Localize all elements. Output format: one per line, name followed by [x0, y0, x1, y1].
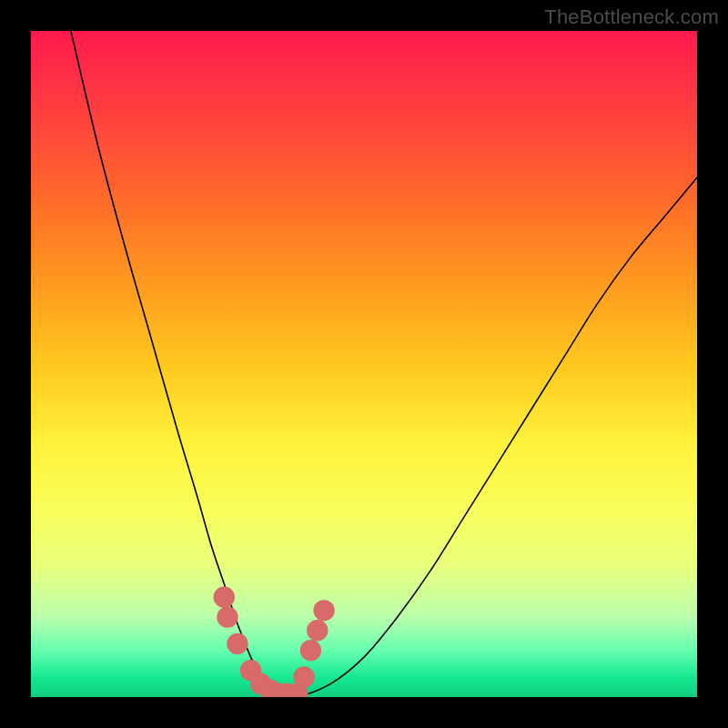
highlight-dot	[313, 600, 334, 621]
plot-area	[31, 31, 697, 697]
highlight-dot	[307, 620, 328, 641]
highlight-dot	[300, 640, 321, 661]
bottleneck-curve	[71, 31, 697, 697]
curve-svg	[31, 31, 697, 697]
highlight-dot	[214, 586, 235, 607]
highlight-dot	[227, 633, 248, 654]
watermark-text: TheBottleneck.com	[544, 5, 719, 29]
highlight-dot	[217, 606, 238, 627]
chart-container: TheBottleneck.com	[0, 0, 728, 728]
highlight-dots	[214, 586, 335, 697]
highlight-dot	[293, 666, 314, 687]
